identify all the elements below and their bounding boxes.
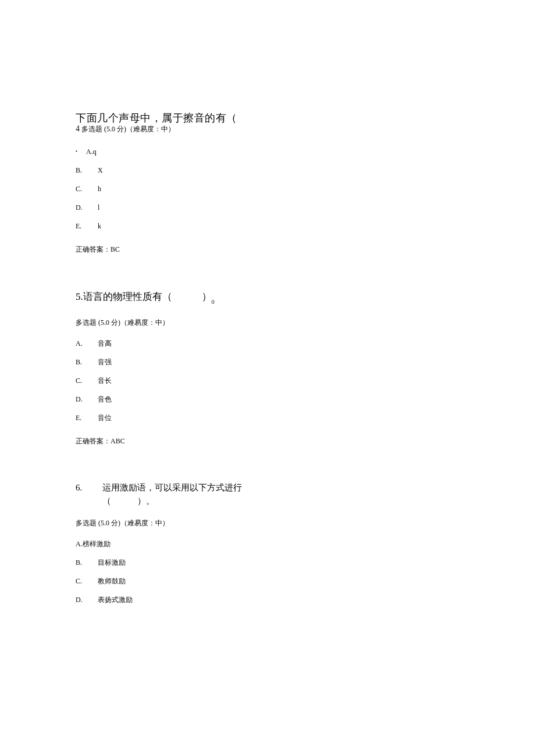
option-text: k [98, 221, 101, 231]
q5-option-a: A.音高 [76, 338, 459, 349]
q5-option-b: B.音强 [76, 357, 459, 367]
q4-meta: 4 多选题 (5.0 分)（难易度：中） [76, 123, 459, 135]
option-letter: C. [76, 576, 98, 586]
option-text: 音位 [98, 413, 112, 423]
option-letter: D. [76, 394, 98, 404]
q6-option-a: A.榜样激励 [76, 539, 459, 549]
q5-title-pre: 5.语言的物理性质有（ [76, 291, 172, 302]
option-letter: E. [76, 221, 98, 231]
option-text: 教师鼓励 [98, 576, 126, 586]
option-text: 音高 [98, 338, 112, 349]
q5-meta: 多选题 (5.0 分)（难易度：中） [76, 317, 459, 328]
bullet-icon: • [76, 148, 86, 155]
q6-number: 6. [76, 481, 102, 507]
question-4: 下面几个声母中，属于擦音的有（ 4 多选题 (5.0 分)（难易度：中） •A.… [76, 110, 459, 255]
q4-option-b: B.X [76, 165, 459, 175]
option-letter: B. [76, 165, 98, 175]
q6-meta: 多选题 (5.0 分)（难易度：中） [76, 518, 459, 528]
option-text: 音长 [98, 375, 112, 386]
option-letter: B. [76, 357, 98, 367]
q4-option-d: D.l [76, 202, 459, 213]
option-text: X [98, 165, 103, 175]
q6-option-c: C.教师鼓励 [76, 576, 459, 586]
q4-option-a-text: A.q [86, 148, 97, 156]
q5-title: 5.语言的物理性质有（ ）0 [76, 289, 459, 304]
question-5: 5.语言的物理性质有（ ）0 多选题 (5.0 分)（难易度：中） A.音高 B… [76, 289, 459, 446]
option-letter: C. [76, 375, 98, 386]
q4-option-e: E.k [76, 221, 459, 231]
option-text: 音强 [98, 357, 112, 367]
q5-answer: 正确答案：ABC [76, 436, 459, 446]
q5-option-c: C.音长 [76, 375, 459, 386]
q4-option-c: C.h [76, 184, 459, 194]
q4-meta-text: 多选题 (5.0 分)（难易度：中） [81, 125, 175, 133]
option-letter: A. [76, 338, 98, 349]
option-text: 目标激励 [98, 557, 126, 568]
option-text: 表扬式激励 [98, 594, 133, 605]
q6-option-b: B.目标激励 [76, 557, 459, 568]
option-letter: D. [76, 202, 98, 213]
q5-option-d: D.音色 [76, 394, 459, 404]
q6-text: 运用激励语，可以采用以下方式进行（ ）。 [102, 481, 277, 507]
option-text: l [98, 202, 99, 213]
q4-number: 4 [76, 124, 80, 133]
q6-title: 6. 运用激励语，可以采用以下方式进行（ ）。 [76, 481, 459, 507]
option-letter: E. [76, 413, 98, 423]
q5-title-post: ） [202, 291, 212, 302]
q5-option-e: E.音位 [76, 413, 459, 423]
option-text: h [98, 184, 101, 194]
option-text: 音色 [98, 394, 112, 404]
q5-title-sub: 0 [212, 299, 215, 305]
option-letter: D. [76, 594, 98, 605]
q4-option-a: •A.q [76, 146, 459, 157]
option-letter: B. [76, 557, 98, 568]
q4-answer: 正确答案：BC [76, 244, 459, 255]
option-letter: C. [76, 184, 98, 194]
q6-option-d: D.表扬式激励 [76, 594, 459, 605]
question-6: 6. 运用激励语，可以采用以下方式进行（ ）。 多选题 (5.0 分)（难易度：… [76, 481, 459, 605]
